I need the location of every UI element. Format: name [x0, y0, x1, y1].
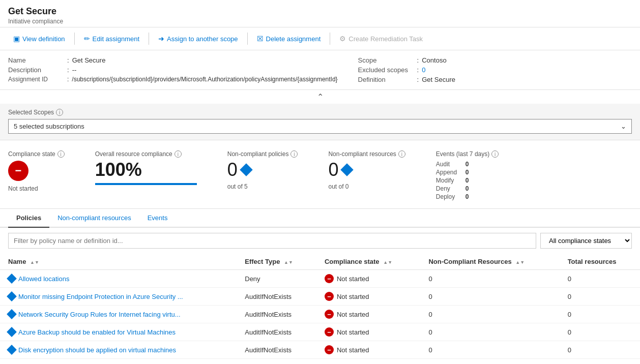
- separator-3: [247, 33, 248, 45]
- tab-events[interactable]: Events: [139, 209, 176, 228]
- col-non-compliant-resources: Non-Compliant Resources ▲▼: [420, 254, 559, 270]
- sort-name-icon[interactable]: ▲▼: [30, 260, 39, 265]
- cell-compliance-2: − Not started: [316, 306, 420, 323]
- policy-filter-input[interactable]: [8, 233, 536, 249]
- col-total-resources: Total resources: [560, 254, 640, 270]
- colon-id: :: [67, 76, 69, 83]
- meta-section: Name : Get Secure Description : -- Assig…: [0, 50, 640, 90]
- policy-row-icon-2: [7, 309, 17, 319]
- non-compliant-resources-out-of: out of 0: [328, 183, 405, 190]
- tab-policies[interactable]: Policies: [8, 209, 49, 228]
- event-row-deploy: Deploy0: [436, 193, 499, 200]
- create-remediation-button[interactable]: ⚙ Create Remediation Task: [334, 32, 428, 46]
- cell-compliance-1: − Not started: [316, 288, 420, 306]
- collapse-button[interactable]: ⌃: [0, 90, 640, 104]
- colon-name: :: [67, 56, 69, 64]
- policy-name-link-0[interactable]: Allowed locations: [18, 275, 69, 283]
- cell-total-0: 0: [560, 270, 640, 288]
- overall-compliance-label: Overall resource compliance i: [95, 150, 197, 158]
- policy-name-link-4[interactable]: Disk encryption should be applied on vir…: [18, 346, 176, 354]
- overall-compliance-info-icon[interactable]: i: [174, 150, 182, 158]
- sort-compliance-icon[interactable]: ▲▼: [383, 260, 392, 265]
- toolbar: ▣ View definition ✏ Edit assignment ➜ As…: [0, 27, 640, 50]
- events-info-icon[interactable]: i: [491, 150, 499, 158]
- not-started-badge-4: −: [325, 345, 334, 354]
- table-row: Disk encryption should be applied on vir…: [0, 341, 640, 359]
- not-started-badge-3: −: [325, 327, 334, 337]
- event-row-audit: Audit0: [436, 161, 499, 168]
- compliance-state-value: Not started: [8, 185, 65, 192]
- compliance-progress-bar: [95, 183, 197, 185]
- not-started-badge-1: −: [325, 292, 334, 301]
- view-definition-icon: ▣: [13, 35, 20, 43]
- assignment-id-value: /subscriptions/{subscriptionId}/provider…: [72, 76, 337, 83]
- delete-assignment-button[interactable]: ☒ Delete assignment: [252, 32, 326, 46]
- chevron-down-icon: ⌄: [621, 123, 626, 130]
- not-started-badge-0: −: [325, 274, 334, 283]
- cell-ncr-3: 0: [420, 323, 559, 341]
- non-compliant-policies-label: Non-compliant policies i: [227, 150, 298, 158]
- cell-ncr-0: 0: [420, 270, 559, 288]
- resource-diamond-icon: [341, 163, 354, 176]
- excluded-scopes-label: Excluded scopes: [358, 66, 414, 74]
- tabs-section: Policies Non-compliant resources Events: [0, 209, 640, 228]
- compliance-state-filter[interactable]: All compliance states: [540, 233, 632, 249]
- scope-dropdown[interactable]: 5 selected subscriptions ⌄: [8, 119, 632, 134]
- cell-effect-1: AuditIfNotExists: [237, 288, 316, 306]
- scope-label: Scope: [358, 56, 414, 64]
- policy-row-icon-0: [7, 274, 17, 284]
- name-value: Get Secure: [72, 56, 106, 64]
- meta-assignment-row: Assignment ID : /subscriptions/{subscrip…: [8, 76, 338, 83]
- cell-compliance-4: − Not started: [316, 341, 420, 359]
- sort-ncr-icon[interactable]: ▲▼: [515, 260, 525, 265]
- sort-effect-icon[interactable]: ▲▼: [284, 260, 293, 265]
- cell-total-3: 0: [560, 323, 640, 341]
- meta-description-row: Description : --: [8, 66, 338, 74]
- compliance-state-info-icon[interactable]: i: [57, 150, 65, 158]
- table-row: Monitor missing Endpoint Protection in A…: [0, 288, 640, 306]
- compliance-state-block: Compliance state i − Not started: [8, 150, 65, 200]
- stats-section: Compliance state i − Not started Overall…: [0, 140, 640, 209]
- name-label: Name: [8, 56, 64, 64]
- events-label: Events (last 7 days) i: [436, 150, 499, 158]
- tab-non-compliant-resources[interactable]: Non-compliant resources: [49, 209, 139, 228]
- policy-name-link-3[interactable]: Azure Backup should be enabled for Virtu…: [18, 328, 176, 336]
- table-row: Azure Backup should be enabled for Virtu…: [0, 323, 640, 341]
- cell-ncr-1: 0: [420, 288, 559, 306]
- cell-compliance-0: − Not started: [316, 270, 420, 288]
- cell-name-1: Monitor missing Endpoint Protection in A…: [0, 288, 237, 306]
- page-subtitle: Initiative compliance: [8, 18, 632, 25]
- assign-scope-button[interactable]: ➜ Assign to another scope: [153, 32, 243, 46]
- event-row-deny: Deny0: [436, 185, 499, 192]
- policy-row-icon-3: [7, 327, 17, 337]
- cell-ncr-4: 0: [420, 341, 559, 359]
- policy-name-link-2[interactable]: Network Security Group Rules for Interne…: [18, 311, 181, 318]
- compliance-state-icon: −: [8, 161, 28, 181]
- non-compliant-policies-info-icon[interactable]: i: [290, 150, 298, 158]
- colon-excl: :: [417, 66, 419, 74]
- col-name: Name ▲▼: [0, 254, 237, 270]
- overall-compliance-block: Overall resource compliance i 100%: [95, 150, 197, 200]
- cell-effect-0: Deny: [237, 270, 316, 288]
- policy-row-icon-1: [7, 291, 17, 301]
- non-compliant-resources-info-icon[interactable]: i: [398, 150, 405, 158]
- event-row-modify: Modify0: [436, 177, 499, 184]
- edit-assignment-button[interactable]: ✏ Edit assignment: [79, 32, 145, 46]
- description-value: --: [72, 66, 77, 74]
- scope-section: Selected Scopes i 5 selected subscriptio…: [0, 104, 640, 140]
- view-definition-button[interactable]: ▣ View definition: [8, 32, 70, 46]
- colon-scope: :: [417, 56, 419, 64]
- excluded-scopes-value[interactable]: 0: [422, 66, 425, 74]
- scope-info-icon[interactable]: i: [56, 109, 63, 116]
- assignment-id-label: Assignment ID: [8, 76, 64, 83]
- description-label: Description: [8, 66, 64, 74]
- table-row: Network Security Group Rules for Interne…: [0, 306, 640, 323]
- cell-effect-3: AuditIfNotExists: [237, 323, 316, 341]
- compliance-state-label: Compliance state i: [8, 150, 65, 158]
- not-started-badge-2: −: [325, 310, 334, 319]
- cell-name-0: Allowed locations: [0, 270, 237, 288]
- policies-table: Name ▲▼ Effect Type ▲▼ Compliance state …: [0, 254, 640, 359]
- policy-name-link-1[interactable]: Monitor missing Endpoint Protection in A…: [18, 293, 183, 300]
- non-compliant-resources-value-row: 0: [328, 161, 405, 179]
- edit-icon: ✏: [84, 35, 90, 43]
